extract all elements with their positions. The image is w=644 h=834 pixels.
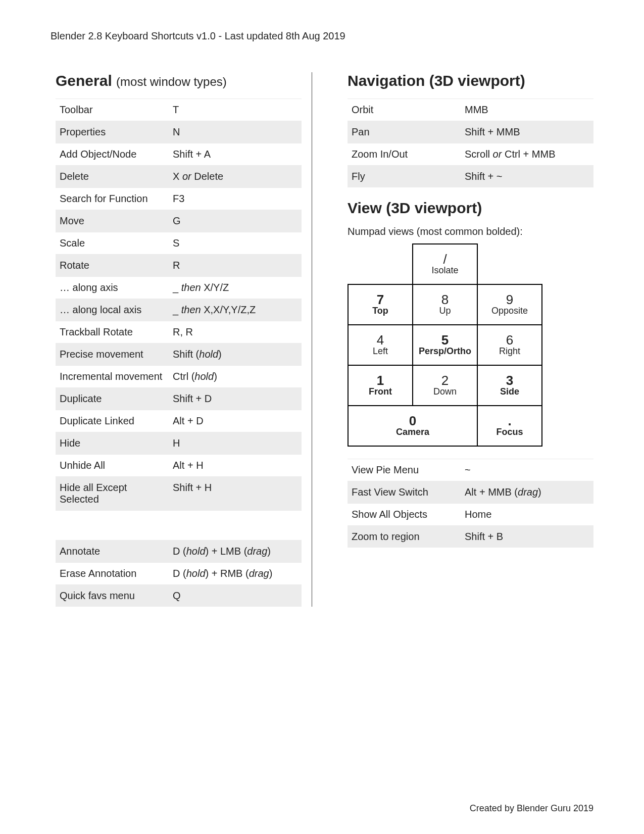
numpad-key: 6 [479,333,540,347]
shortcut-key: F3 [169,188,302,210]
shortcut-label: Add Object/Node [56,143,169,166]
shortcut-label: Quick favs menu [56,585,169,607]
navigation-title: Navigation (3D viewport) [348,72,593,89]
shortcut-key: Shift + A [169,143,302,166]
shortcut-key: MMB [461,99,593,121]
table-row: … along local axis_ then X,X/Y,Y/Z,Z [56,299,302,321]
shortcut-label: Orbit [348,99,461,121]
shortcut-key: Q [169,585,302,607]
table-row: PanShift + MMB [348,121,593,143]
shortcut-label: Search for Function [56,188,169,210]
numpad-7: 7Top [348,284,413,325]
shortcut-label: Fast View Switch [348,481,461,504]
shortcut-key: Shift + B [461,526,593,548]
numpad-label: Front [350,387,411,397]
table-row: DuplicateShift + D [56,388,302,410]
shortcut-label: Trackball Rotate [56,321,169,344]
numpad-label: Persp/Ortho [414,347,476,357]
shortcut-key: T [169,99,302,121]
shortcut-label: Annotate [56,541,169,563]
shortcut-label: Delete [56,166,169,188]
general-title-text: General [56,72,112,89]
shortcut-label: Erase Annotation [56,563,169,585]
numpad-table: /Isolate 7Top 8Up 9Opposite 4Left 5Persp… [348,243,542,447]
shortcut-label: Precise movement [56,344,169,366]
table-row: AnnotateD (hold) + LMB (drag) [56,541,302,563]
numpad-label: Down [414,387,476,397]
shortcut-key: Scroll or Ctrl + MMB [461,143,593,166]
numpad-label: Camera [350,427,476,437]
numpad-label: Opposite [479,306,540,316]
table-row: ScaleS [56,232,302,255]
shortcut-key: D (hold) + RMB (drag) [169,563,302,585]
shortcut-label: Pan [348,121,461,143]
shortcut-key: S [169,232,302,255]
numpad-slash: /Isolate [413,244,477,284]
numpad-empty [477,244,542,284]
numpad-empty [348,244,413,284]
numpad-key: 9 [479,293,540,306]
table-row: Quick favs menuQ [56,585,302,607]
shortcut-label: Hide all Except Selected [56,477,169,511]
shortcut-label: Incremental movement [56,366,169,388]
numpad-label: Focus [479,427,540,437]
numpad-8: 8Up [413,284,477,325]
shortcut-key: _ then X/Y/Z [169,277,302,299]
numpad-9: 9Opposite [477,284,542,325]
table-row: Fast View SwitchAlt + MMB (drag) [348,481,593,504]
table-row: Erase AnnotationD (hold) + RMB (drag) [56,563,302,585]
shortcut-key: Alt + D [169,410,302,432]
shortcut-key: Shift + MMB [461,121,593,143]
shortcut-label: … along local axis [56,299,169,321]
shortcut-key: X or Delete [169,166,302,188]
numpad-label: Right [479,347,540,357]
numpad-key: . [479,414,540,427]
numpad-6: 6Right [477,325,542,365]
table-row: HideH [56,432,302,455]
numpad-key: 0 [350,414,476,427]
shortcut-key: N [169,121,302,143]
table-row: Trackball RotateR, R [56,321,302,344]
numpad-4: 4Left [348,325,413,365]
table-row: RotateR [56,255,302,277]
shortcut-label: Hide [56,432,169,455]
numpad-label: Top [350,306,411,316]
shortcut-key: H [169,432,302,455]
shortcut-label: Properties [56,121,169,143]
table-row: OrbitMMB [348,99,593,121]
table-row: Show All ObjectsHome [348,504,593,526]
shortcut-label: Show All Objects [348,504,461,526]
numpad-0: 0Camera [348,406,477,446]
numpad-label: Up [414,306,476,316]
table-row: Precise movementShift (hold) [56,344,302,366]
shortcut-label: Fly [348,166,461,188]
view-subtitle: Numpad views (most common bolded): [348,226,593,237]
shortcut-label: Duplicate Linked [56,410,169,432]
shortcut-label: Scale [56,232,169,255]
numpad-key: 1 [350,374,411,387]
numpad-key: 5 [414,333,476,347]
table-row: MoveG [56,210,302,232]
view-table: View Pie Menu~Fast View SwitchAlt + MMB … [348,459,593,548]
numpad-2: 2Down [413,365,477,406]
table-row: Zoom to regionShift + B [348,526,593,548]
table-row: Unhide AllAlt + H [56,455,302,477]
table-row: Incremental movementCtrl (hold) [56,366,302,388]
numpad-label: Isolate [414,266,476,276]
table-row: PropertiesN [56,121,302,143]
shortcut-label: … along axis [56,277,169,299]
shortcut-label: Rotate [56,255,169,277]
numpad-3: 3Side [477,365,542,406]
table-row: Zoom In/OutScroll or Ctrl + MMB [348,143,593,166]
shortcut-label: Duplicate [56,388,169,410]
page-header: Blender 2.8 Keyboard Shortcuts v1.0 - La… [51,30,593,42]
numpad-5: 5Persp/Ortho [413,325,477,365]
shortcut-key: Ctrl (hold) [169,366,302,388]
numpad-key: 7 [350,293,411,306]
shortcut-key: D (hold) + LMB (drag) [169,541,302,563]
shortcut-key: Shift (hold) [169,344,302,366]
table-row: … along axis_ then X/Y/Z [56,277,302,299]
numpad-1: 1Front [348,365,413,406]
shortcut-label: Zoom to region [348,526,461,548]
shortcut-key: Shift + H [169,477,302,511]
